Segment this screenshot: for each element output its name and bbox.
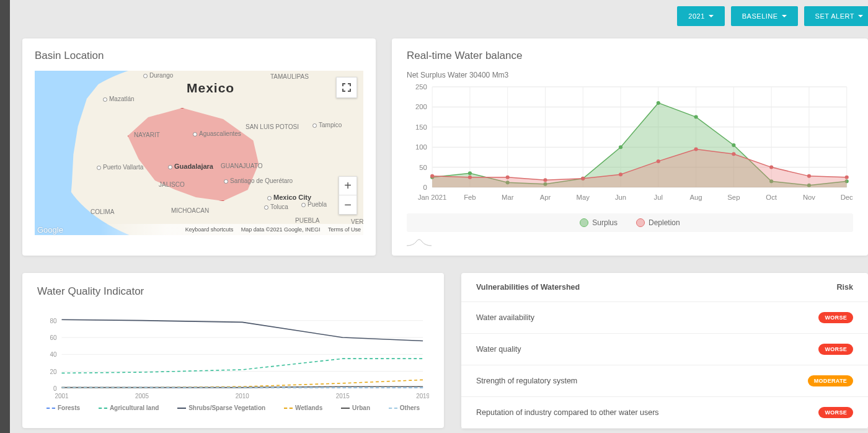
map-data-label: Map data ©2021 Google, INEGI <box>241 226 321 233</box>
table-row: Reputation of industry compared to other… <box>461 397 868 429</box>
svg-point-42 <box>657 101 660 105</box>
svg-text:Mar: Mar <box>502 194 514 201</box>
legend-label: Agricultural land <box>110 404 159 411</box>
alert-label: SET ALERT <box>815 12 854 20</box>
map-city-label: Mazatlán <box>103 96 112 104</box>
header-label: Risk <box>837 283 853 292</box>
risk-badge: MODERATE <box>808 375 853 386</box>
svg-text:150: 150 <box>415 123 427 131</box>
top-toolbar: 2021 BASELINE SET ALERT <box>677 6 868 26</box>
row-label: Water quality <box>476 345 521 354</box>
legend-item[interactable]: Forests <box>46 404 80 411</box>
svg-text:40: 40 <box>50 351 57 358</box>
map-state-label: TAMAULIPAS <box>270 73 309 80</box>
baseline-dropdown[interactable]: BASELINE <box>731 6 798 26</box>
card-title: Water Quality Indicator <box>37 285 429 298</box>
map-state-label: JALISCO <box>159 181 185 188</box>
svg-text:Dec: Dec <box>841 194 853 201</box>
svg-text:20: 20 <box>50 368 57 375</box>
water-balance-chart[interactable]: 050100150200250Jan 2021FebMarAprMayJunJu… <box>407 81 853 205</box>
fullscreen-button[interactable] <box>336 77 357 98</box>
legend-item[interactable]: Urban <box>341 404 370 411</box>
set-alert-dropdown[interactable]: SET ALERT <box>804 6 868 26</box>
table-row: Water quality WORSE <box>461 334 868 365</box>
map-city-label: Aguascalientes <box>193 130 202 139</box>
caret-down-icon <box>782 15 787 17</box>
map[interactable]: Mexico Durango TAMAULIPAS Mazatlán SAN L… <box>35 71 363 235</box>
svg-text:200: 200 <box>415 104 427 111</box>
map-city-label: Toluca <box>264 203 273 212</box>
legend-label: Surplus <box>592 218 618 227</box>
map-city-label: Durango <box>143 72 152 81</box>
legend-item-surplus[interactable]: Surplus <box>580 218 618 227</box>
svg-point-48 <box>430 174 434 178</box>
map-city-label: Santiago de Querétaro <box>224 177 232 186</box>
svg-text:Oct: Oct <box>766 194 777 201</box>
svg-point-59 <box>845 176 849 179</box>
svg-point-50 <box>506 176 510 179</box>
keyboard-shortcuts-link[interactable]: Keyboard shortcuts <box>185 226 234 233</box>
zoom-control: + − <box>339 176 357 215</box>
svg-text:2001: 2001 <box>55 393 69 400</box>
card-title: Basin Location <box>35 50 363 62</box>
legend-item[interactable]: Agricultural land <box>99 404 159 411</box>
table-row: Water availability WORSE <box>461 302 868 334</box>
legend-item-depletion[interactable]: Depletion <box>636 218 680 227</box>
legend-swatch-icon <box>636 218 645 227</box>
caret-down-icon <box>858 15 863 17</box>
svg-text:Feb: Feb <box>464 194 476 201</box>
zoom-out-button[interactable]: − <box>339 195 357 214</box>
svg-text:0: 0 <box>423 184 427 191</box>
country-label: Mexico <box>187 81 234 96</box>
map-state-label: PUEBLA <box>295 217 319 224</box>
svg-point-41 <box>619 145 622 149</box>
header-label: Vulnerabilities of Watershed <box>476 283 580 292</box>
legend-label: Wetlands <box>295 404 322 411</box>
map-city-label: Guadalajara <box>168 163 177 171</box>
svg-point-57 <box>769 166 773 169</box>
legend-label: Forests <box>58 404 80 411</box>
map-city-label: Puerto Vallarta <box>97 164 105 172</box>
map-state-label: MICHOACAN <box>171 207 209 214</box>
svg-text:May: May <box>577 194 590 201</box>
caret-down-icon <box>709 15 714 17</box>
svg-text:Jun: Jun <box>615 194 626 201</box>
map-attribution: Google Keyboard shortcuts Map data ©2021… <box>35 224 363 235</box>
legend-label: Shrubs/Sparse Vegetation <box>188 404 265 411</box>
legend-item[interactable]: Shrubs/Sparse Vegetation <box>177 404 265 411</box>
svg-point-53 <box>619 172 622 176</box>
chart-legend: Surplus Depletion <box>407 213 853 232</box>
svg-text:100: 100 <box>415 143 427 151</box>
risk-badge: WORSE <box>818 312 853 323</box>
year-label: 2021 <box>688 12 704 20</box>
svg-text:250: 250 <box>415 83 427 91</box>
basin-location-card: Basin Location Mexico Durango TAMAULIPAS… <box>22 38 376 256</box>
row-label: Water availability <box>476 313 534 322</box>
svg-text:Jul: Jul <box>654 194 663 201</box>
google-logo: Google <box>37 225 63 234</box>
svg-text:2019: 2019 <box>416 393 429 400</box>
svg-text:80: 80 <box>50 318 57 324</box>
map-city-label: Tampico <box>312 122 321 130</box>
svg-point-51 <box>543 178 547 182</box>
chart-subtitle: Net Surplus Water 30400 Mm3 <box>407 71 853 79</box>
legend-item[interactable]: Wetlands <box>284 404 322 411</box>
svg-text:Apr: Apr <box>540 194 551 201</box>
zoom-in-button[interactable]: + <box>339 177 357 195</box>
svg-point-56 <box>732 152 735 156</box>
chart-scrubber[interactable] <box>407 236 853 248</box>
svg-text:2005: 2005 <box>135 393 149 400</box>
terms-link[interactable]: Terms of Use <box>328 226 361 233</box>
water-quality-chart[interactable]: 02040608020012005201020152019 <box>37 309 429 402</box>
svg-point-52 <box>581 177 585 181</box>
year-dropdown[interactable]: 2021 <box>677 6 724 26</box>
map-city-label: Mexico City <box>267 194 276 202</box>
svg-text:Sep: Sep <box>727 194 740 201</box>
card-title: Real-time Water balance <box>407 50 853 62</box>
left-rail <box>0 0 10 433</box>
table-row: Strength of regulatory system MODERATE <box>461 365 868 397</box>
svg-text:Nov: Nov <box>803 194 816 201</box>
map-state-label: NAYARIT <box>134 132 160 138</box>
legend-item[interactable]: Others <box>389 404 420 411</box>
legend-label: Depletion <box>649 218 680 227</box>
